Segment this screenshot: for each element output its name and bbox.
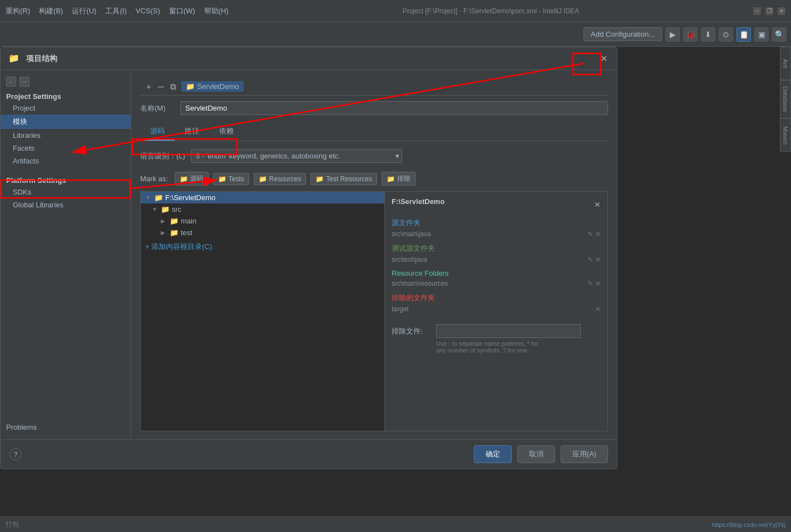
- language-level-label: 语言级别：(L): [140, 151, 185, 161]
- mark-as-label: Mark as:: [140, 175, 168, 183]
- tree-item-main[interactable]: ▶ 📁 main: [141, 215, 384, 227]
- module-tabs: 源码 路径 依赖: [140, 123, 608, 141]
- mark-resources-button[interactable]: 📁 Resources: [254, 173, 306, 185]
- module-tree-header: + ─ ⧉ 📁 ServletDemo: [140, 78, 608, 96]
- status-bar-right: https://blog.csdn.net/YyjYsj: [712, 521, 785, 528]
- cancel-button[interactable]: 取消: [517, 445, 555, 463]
- exclude-files-row: 排除文件:: [392, 320, 601, 338]
- sidebar-item-modules[interactable]: 模块: [1, 115, 131, 129]
- resource-path-row: src\main\resources ✎ ✕: [392, 280, 601, 287]
- module-remove-button[interactable]: ─: [156, 82, 166, 91]
- help-button[interactable]: ?: [9, 448, 22, 460]
- side-tab-database[interactable]: Database: [780, 80, 791, 118]
- resource-path-value: src\main\resources: [392, 280, 448, 287]
- tab-source[interactable]: 源码: [140, 123, 175, 141]
- menu-item-window[interactable]: 窗口(W): [169, 6, 195, 16]
- source-path-value: src\main\java: [392, 230, 431, 238]
- resource-folder-title: Resource Folders: [392, 269, 601, 277]
- sidebar-navigation: ← →: [1, 74, 131, 89]
- module-item-servletdemo[interactable]: 📁 ServletDemo: [181, 81, 243, 92]
- menu-item-help[interactable]: 帮助(H): [204, 6, 229, 16]
- file-tree: ▼ 📁 F:\ServletDemo ▼ 📁 src ▶ 📁 main: [140, 191, 385, 431]
- exclude-files-input[interactable]: [436, 324, 581, 338]
- sidebar-item-sdks[interactable]: SDKs: [1, 186, 131, 198]
- nav-back-button[interactable]: ←: [6, 77, 16, 87]
- tree-test-arrow-icon: ▶: [161, 230, 167, 236]
- restore-button[interactable]: ❐: [765, 7, 773, 15]
- dialog-title: 📁 项目结构: [8, 53, 57, 64]
- sidebar-item-facets[interactable]: Facets: [1, 142, 131, 155]
- sidebar-item-global-libraries[interactable]: Global Libraries: [1, 198, 131, 211]
- project-structure-button[interactable]: 📋: [736, 27, 751, 42]
- nav-forward-button[interactable]: →: [19, 77, 29, 87]
- footer-buttons: 确定 取消 应用(A): [474, 445, 608, 463]
- language-level-row: 语言级别：(L) 5 - 'enum' keyword, generics, a…: [140, 149, 608, 163]
- tab-dependencies[interactable]: 依赖: [209, 123, 244, 141]
- test-path-row: src\test\java ✎ ✕: [392, 256, 601, 263]
- side-tab-maven[interactable]: Maven: [780, 118, 791, 152]
- run-button[interactable]: ▶: [665, 27, 680, 42]
- ok-button[interactable]: 确定: [474, 445, 512, 463]
- excluded-remove-icon[interactable]: ✕: [595, 305, 601, 313]
- mark-tests-label: Tests: [229, 175, 244, 183]
- excluded-folder-icon: 📁: [387, 175, 395, 183]
- update-button[interactable]: ⬇: [701, 27, 715, 42]
- resource-edit-icon[interactable]: ✎: [587, 280, 593, 287]
- mark-source-button[interactable]: 📁 源码: [175, 172, 209, 186]
- name-field-label: 名称(M): [140, 103, 174, 113]
- dialog-close-button[interactable]: ✕: [598, 53, 609, 64]
- menu-item-vcs[interactable]: VCS(S): [136, 7, 160, 15]
- mark-test-resources-button[interactable]: 📁 Test Resources: [310, 173, 377, 185]
- mark-excluded-button[interactable]: 📁 排除: [382, 172, 416, 186]
- side-tabs: Ant Database Maven: [780, 47, 791, 436]
- language-level-select[interactable]: 5 - 'enum' keyword, generics, autoboxing…: [191, 149, 402, 163]
- search-button[interactable]: ⊙: [719, 27, 733, 42]
- debug-button[interactable]: 🐞: [683, 27, 698, 42]
- resource-remove-icon[interactable]: ✕: [595, 280, 601, 287]
- test-remove-icon[interactable]: ✕: [595, 256, 601, 263]
- tree-root-folder-icon: 📁: [154, 193, 163, 202]
- menu-item-refactor[interactable]: 重构(R): [6, 6, 30, 16]
- tree-item-test[interactable]: ▶ 📁 test: [141, 227, 384, 238]
- excluded-path-value: target: [392, 305, 409, 313]
- menu-item-tools[interactable]: 工具(I): [105, 6, 126, 16]
- module-copy-button[interactable]: ⧉: [169, 82, 178, 91]
- layout-button[interactable]: ▣: [754, 27, 769, 42]
- test-folder-title: 测试源文件夹: [392, 243, 601, 253]
- mark-tests-button[interactable]: 📁 Tests: [213, 173, 249, 185]
- exclude-hint-text: Use ; to separate name patterns, * foran…: [436, 340, 601, 354]
- sidebar-item-problems[interactable]: Problems: [1, 420, 131, 435]
- status-bar-left: 打包: [6, 520, 19, 529]
- minimize-button[interactable]: ─: [753, 7, 761, 15]
- sidebar-item-artifacts[interactable]: Artifacts: [1, 155, 131, 167]
- add-content-root-button[interactable]: + 添加内容根目录(C): [141, 238, 384, 255]
- module-name-input[interactable]: [180, 101, 608, 115]
- mark-excluded-label: 排除: [397, 174, 411, 183]
- module-name-row: 名称(M): [140, 101, 608, 115]
- close-button[interactable]: ✕: [778, 7, 785, 15]
- exclude-files-label: 排除文件:: [392, 326, 431, 336]
- excluded-folder-title: 排除的文件夹: [392, 293, 601, 303]
- menu-item-run[interactable]: 运行(U): [72, 6, 96, 16]
- tab-paths[interactable]: 路径: [175, 123, 209, 141]
- test-edit-icon[interactable]: ✎: [587, 256, 593, 263]
- title-bar: 重构(R) 构建(B) 运行(U) 工具(I) VCS(S) 窗口(W) 帮助(…: [0, 0, 791, 22]
- menu-bar: 重构(R) 构建(B) 运行(U) 工具(I) VCS(S) 窗口(W) 帮助(…: [6, 6, 229, 16]
- tree-item-src[interactable]: ▼ 📁 src: [141, 203, 384, 215]
- add-configuration-button[interactable]: Add Configuration...: [584, 27, 662, 41]
- split-area: ▼ 📁 F:\ServletDemo ▼ 📁 src ▶ 📁 main: [140, 191, 608, 431]
- module-add-button[interactable]: +: [145, 82, 153, 91]
- source-edit-icon[interactable]: ✎: [587, 230, 593, 238]
- side-tab-ant[interactable]: Ant: [780, 47, 791, 80]
- menu-item-build[interactable]: 构建(B): [39, 6, 63, 16]
- tree-src-label: src: [172, 205, 181, 213]
- tree-root-item[interactable]: ▼ 📁 F:\ServletDemo: [141, 192, 384, 203]
- info-panel-close-button[interactable]: ✕: [594, 200, 601, 209]
- sidebar-item-libraries[interactable]: Libraries: [1, 129, 131, 142]
- toolbar: Add Configuration... ▶ 🐞 ⬇ ⊙ 📋 ▣ 🔍: [0, 22, 791, 47]
- sidebar-item-project[interactable]: Project: [1, 102, 131, 115]
- source-remove-icon[interactable]: ✕: [595, 230, 601, 238]
- find-button[interactable]: 🔍: [772, 27, 787, 42]
- excluded-path-row: target ✕: [392, 305, 601, 313]
- apply-button[interactable]: 应用(A): [561, 445, 608, 463]
